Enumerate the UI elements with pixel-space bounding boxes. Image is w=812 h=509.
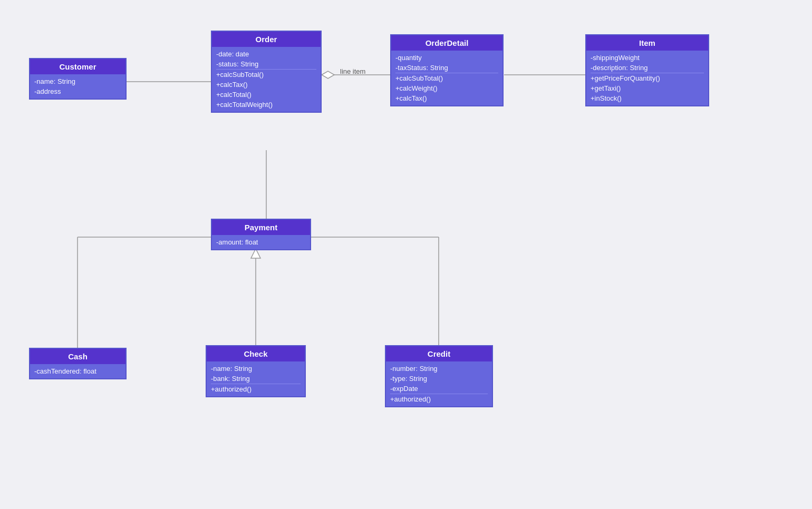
- check-field-1: -name: String: [211, 364, 301, 374]
- check-field-2: -bank: String: [211, 374, 301, 384]
- customer-class: Customer -name: String -address: [29, 58, 127, 100]
- cash-class: Cash -cashTendered: float: [29, 348, 127, 379]
- item-method-3: +inStock(): [591, 93, 704, 103]
- orderdetail-method-2: +calcWeight(): [395, 83, 498, 93]
- payment-field-1: -amount: float: [216, 237, 306, 247]
- payment-header: Payment: [212, 220, 310, 235]
- customer-header: Customer: [30, 59, 125, 74]
- payment-class: Payment -amount: float: [211, 219, 311, 250]
- payment-body: -amount: float: [212, 235, 310, 249]
- order-method-3: +calcTotal(): [216, 90, 316, 100]
- credit-field-3: -expDate: [390, 384, 488, 394]
- customer-body: -name: String -address: [30, 74, 125, 99]
- order-class: Order -date: date -status: String +calcS…: [211, 31, 322, 113]
- orderdetail-header: OrderDetail: [391, 35, 502, 51]
- svg-marker-2: [322, 71, 334, 79]
- item-method-1: +getPriceForQuantity(): [591, 73, 704, 83]
- credit-header: Credit: [386, 346, 492, 361]
- orderdetail-field-2: -taxStatus: String: [395, 63, 498, 73]
- item-body: -shippingWeight -description: String +ge…: [586, 51, 708, 105]
- orderdetail-method-3: +calcTax(): [395, 93, 498, 103]
- check-body: -name: String -bank: String +authorized(…: [207, 361, 305, 396]
- customer-field-1: -name: String: [34, 76, 121, 86]
- order-method-1: +calcSubTotal(): [216, 70, 316, 80]
- credit-method-1: +authorized(): [390, 394, 488, 404]
- item-method-2: +getTaxi(): [591, 83, 704, 93]
- order-body: -date: date -status: String +calcSubTota…: [212, 47, 321, 112]
- customer-field-2: -address: [34, 86, 121, 96]
- credit-field-1: -number: String: [390, 364, 488, 374]
- item-field-1: -shippingWeight: [591, 53, 704, 63]
- item-class: Item -shippingWeight -description: Strin…: [585, 34, 709, 106]
- check-header: Check: [207, 346, 305, 361]
- uml-diagram: line item Customer -name: String -addres…: [0, 0, 812, 509]
- orderdetail-body: -quantity -taxStatus: String +calcSubTot…: [391, 51, 502, 105]
- item-field-2: -description: String: [591, 63, 704, 73]
- order-field-2: -status: String: [216, 59, 316, 69]
- order-method-4: +calcTotalWeight(): [216, 100, 316, 110]
- orderdetail-field-1: -quantity: [395, 53, 498, 63]
- check-method-1: +authorized(): [211, 384, 301, 394]
- order-method-2: +calcTax(): [216, 80, 316, 90]
- order-header: Order: [212, 32, 321, 47]
- line-item-label: line item: [340, 67, 365, 75]
- orderdetail-method-1: +calcSubTotal(): [395, 73, 498, 83]
- order-field-1: -date: date: [216, 49, 316, 59]
- orderdetail-class: OrderDetail -quantity -taxStatus: String…: [390, 34, 504, 106]
- check-class: Check -name: String -bank: String +autho…: [206, 345, 306, 397]
- cash-body: -cashTendered: float: [30, 364, 125, 378]
- item-header: Item: [586, 35, 708, 51]
- cash-field-1: -cashTendered: float: [34, 366, 121, 376]
- credit-class: Credit -number: String -type: String -ex…: [385, 345, 493, 407]
- cash-header: Cash: [30, 349, 125, 364]
- credit-body: -number: String -type: String -expDate +…: [386, 361, 492, 406]
- credit-field-2: -type: String: [390, 374, 488, 384]
